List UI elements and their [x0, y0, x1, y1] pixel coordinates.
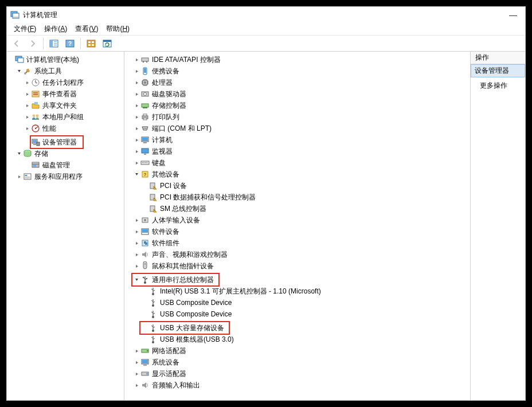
- svg-rect-47: [144, 81, 146, 84]
- software-component-icon: [140, 238, 150, 248]
- dev-disk-drives[interactable]: 磁盘驱动器: [124, 88, 470, 100]
- computer-management-icon: [15, 55, 24, 64]
- menu-action[interactable]: 操作(A): [41, 23, 71, 35]
- svg-rect-97: [147, 350, 148, 351]
- svg-text:!: !: [154, 209, 155, 213]
- tree-item-shared-folders[interactable]: 共享文件夹: [7, 100, 124, 111]
- tree-item-services-apps[interactable]: 服务和应用程序: [7, 171, 124, 182]
- dev-print-queues[interactable]: 打印队列: [124, 111, 470, 123]
- menu-view[interactable]: 查看(V): [72, 23, 101, 35]
- svg-rect-13: [88, 44, 91, 46]
- dev-processors[interactable]: 处理器: [124, 77, 470, 88]
- svg-rect-59: [142, 138, 148, 141]
- svg-rect-38: [25, 175, 28, 176]
- hid-icon: [140, 216, 150, 225]
- tree-item-task-scheduler[interactable]: 任务计划程序: [7, 77, 124, 88]
- actions-more[interactable]: 更多操作: [471, 77, 525, 94]
- dev-audio-io[interactable]: 音频输入和输出: [124, 379, 470, 391]
- tree-item-local-users[interactable]: 本地用户和组: [7, 111, 124, 123]
- dev-monitors[interactable]: 监视器: [124, 146, 470, 157]
- main-window: 计算机管理 — 文件(F) 操作(A) 查看(V) 帮助(H) ?: [6, 6, 526, 401]
- tree-item-device-manager[interactable]: 设备管理器: [7, 136, 83, 148]
- svg-rect-11: [88, 41, 91, 43]
- svg-point-55: [143, 128, 144, 128]
- dev-usb-controllers[interactable]: 通用串行总线控制器: [124, 274, 218, 285]
- svg-rect-5: [54, 41, 57, 42]
- svg-rect-12: [92, 41, 94, 43]
- event-viewer-icon: [31, 89, 40, 99]
- forward-button[interactable]: [25, 37, 40, 50]
- svg-rect-50: [142, 104, 148, 107]
- dev-other-pci[interactable]: !PCI 设备: [124, 180, 470, 191]
- svg-text:?: ?: [68, 41, 72, 47]
- expander-icon[interactable]: [15, 65, 23, 77]
- help-button[interactable]: ?: [62, 37, 77, 50]
- svg-rect-10: [87, 40, 95, 47]
- dev-usb-intel[interactable]: Intel(R) USB 3.1 可扩展主机控制器 - 1.10 (Micros…: [124, 285, 470, 297]
- dev-software[interactable]: 软件设备: [124, 226, 470, 237]
- dev-computer[interactable]: 计算机: [124, 134, 470, 146]
- tools-icon: [23, 66, 32, 76]
- dev-usb-composite-2[interactable]: USB Composite Device: [124, 308, 470, 320]
- tree-item-storage[interactable]: 存储: [7, 148, 124, 159]
- svg-rect-65: [144, 162, 145, 163]
- dev-keyboards[interactable]: 键盘: [124, 157, 470, 169]
- svg-rect-45: [144, 68, 146, 73]
- svg-rect-85: [146, 278, 147, 279]
- dev-system-devices[interactable]: 系统设备: [124, 357, 470, 368]
- dev-usb-composite-1[interactable]: USB Composite Device: [124, 297, 470, 308]
- dev-storage-controllers[interactable]: 存储控制器: [124, 100, 470, 111]
- svg-rect-30: [33, 140, 37, 143]
- expander-icon[interactable]: [23, 77, 31, 88]
- menu-file[interactable]: 文件(F): [10, 23, 40, 35]
- views-button[interactable]: [84, 37, 99, 50]
- dev-sound[interactable]: 声音、视频和游戏控制器: [124, 249, 470, 260]
- audio-io-icon: [140, 381, 150, 390]
- tree-item-system-tools[interactable]: 系统工具: [7, 65, 124, 77]
- dev-other-pci-data[interactable]: !PCI 数据捕获和信号处理控制器: [124, 191, 470, 203]
- dev-network-adapters[interactable]: 网络适配器: [124, 345, 470, 357]
- dev-hid[interactable]: 人体学输入设备: [124, 214, 470, 226]
- tree-item-performance[interactable]: 性能: [7, 123, 124, 134]
- svg-point-77: [144, 219, 146, 221]
- usb-device-icon: [148, 310, 158, 319]
- disk-drive-icon: [140, 89, 150, 99]
- show-hide-tree-button[interactable]: [46, 37, 61, 50]
- svg-point-49: [144, 93, 147, 96]
- menu-help[interactable]: 帮助(H): [103, 23, 133, 35]
- refresh-button[interactable]: [100, 37, 115, 50]
- dev-ide-ata[interactable]: IDE ATA/ATAPI 控制器: [124, 54, 470, 65]
- storage-controller-icon: [140, 101, 150, 110]
- svg-rect-61: [142, 148, 148, 153]
- svg-rect-24: [34, 102, 38, 104]
- svg-point-25: [33, 115, 36, 118]
- svg-text:!: !: [154, 186, 155, 190]
- dev-other-sm[interactable]: !SM 总线控制器: [124, 203, 470, 214]
- dev-display-adapters[interactable]: 显示适配器: [124, 368, 470, 379]
- nav-tree[interactable]: 计算机管理(本地) 系统工具 任务计划程序 事件查看器: [7, 52, 124, 400]
- dev-other[interactable]: ?其他设备: [124, 169, 470, 180]
- dev-portable[interactable]: 便携设备: [124, 65, 470, 77]
- dev-usb-root-hub[interactable]: USB 根集线器(USB 3.0): [124, 334, 470, 345]
- svg-point-26: [36, 115, 39, 118]
- display-adapter-icon: [140, 369, 150, 378]
- minimize-button[interactable]: —: [504, 9, 522, 21]
- dev-mice[interactable]: 鼠标和其他指针设备: [124, 260, 470, 272]
- dev-usb-mass-storage[interactable]: USB 大容量存储设备: [124, 322, 229, 334]
- system-device-icon: [140, 358, 150, 367]
- dev-ports[interactable]: 端口 (COM 和 LPT): [124, 123, 470, 134]
- monitor-icon: [140, 147, 150, 156]
- svg-rect-60: [143, 142, 147, 143]
- tree-item-disk-management[interactable]: 磁盘管理: [7, 159, 124, 171]
- back-button[interactable]: [9, 37, 24, 50]
- device-tree[interactable]: IDE ATA/ATAPI 控制器 便携设备 处理器 磁盘驱动器 存储控制器 打…: [124, 52, 471, 400]
- actions-selected[interactable]: 设备管理器: [471, 64, 525, 77]
- dev-software-components[interactable]: 软件组件: [124, 237, 470, 249]
- tree-item-root[interactable]: 计算机管理(本地): [7, 54, 124, 65]
- warning-device-icon: !: [148, 193, 158, 202]
- portable-device-icon: [140, 66, 150, 76]
- performance-icon: [31, 124, 40, 133]
- tree-item-event-viewer[interactable]: 事件查看器: [7, 88, 124, 100]
- services-icon: [23, 172, 32, 181]
- svg-rect-36: [33, 165, 36, 167]
